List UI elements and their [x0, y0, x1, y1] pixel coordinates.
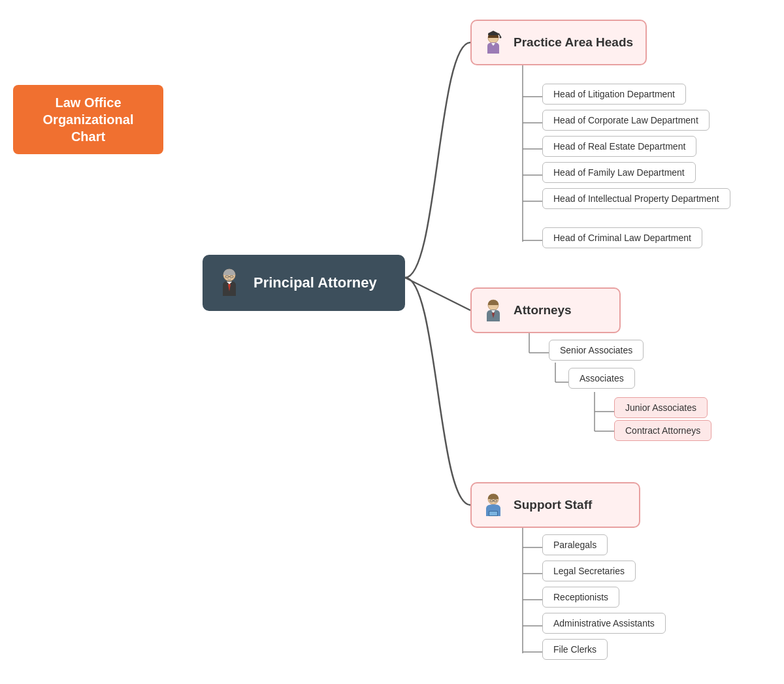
practice-area-heads-icon: [480, 29, 507, 56]
leaf-realestate: Head of Real Estate Department: [542, 136, 696, 157]
leaf-junior-associates: Junior Associates: [614, 397, 708, 418]
leaf-admin-assistants: Administrative Assistants: [542, 613, 666, 634]
support-staff-icon: [480, 491, 507, 519]
svg-marker-27: [488, 31, 498, 33]
leaf-contract-attorneys: Contract Attorneys: [614, 420, 711, 441]
leaf-criminal: Head of Criminal Law Department: [542, 227, 702, 248]
practice-area-heads-label: Practice Area Heads: [514, 35, 633, 50]
attorneys-node: Attorneys: [470, 287, 621, 333]
attorneys-label: Attorneys: [514, 303, 572, 318]
principal-attorney-icon: [213, 267, 246, 299]
chart-title: Law OfficeOrganizational Chart: [13, 85, 163, 154]
practice-area-heads-node: Practice Area Heads: [470, 20, 647, 65]
leaf-litigation: Head of Litigation Department: [542, 84, 686, 105]
leaf-corporate: Head of Corporate Law Department: [542, 110, 710, 131]
support-staff-node: Support Staff: [470, 482, 640, 528]
svg-rect-26: [488, 33, 498, 35]
leaf-senior-associates: Senior Associates: [549, 340, 644, 361]
svg-point-29: [500, 37, 502, 39]
leaf-ip: Head of Intellectual Property Department: [542, 188, 730, 209]
leaf-familylaw: Head of Family Law Department: [542, 162, 696, 183]
leaf-legal-secretaries: Legal Secretaries: [542, 561, 636, 581]
leaf-receptionists: Receptionists: [542, 587, 619, 608]
principal-attorney-node: Principal Attorney: [203, 255, 405, 311]
principal-attorney-label: Principal Attorney: [253, 274, 377, 291]
support-staff-label: Support Staff: [514, 498, 592, 512]
leaf-paralegals: Paralegals: [542, 534, 608, 555]
leaf-associates: Associates: [568, 368, 635, 389]
leaf-file-clerks: File Clerks: [542, 639, 608, 660]
attorneys-icon: [480, 297, 507, 324]
svg-rect-37: [489, 512, 497, 515]
svg-line-28: [498, 33, 500, 37]
